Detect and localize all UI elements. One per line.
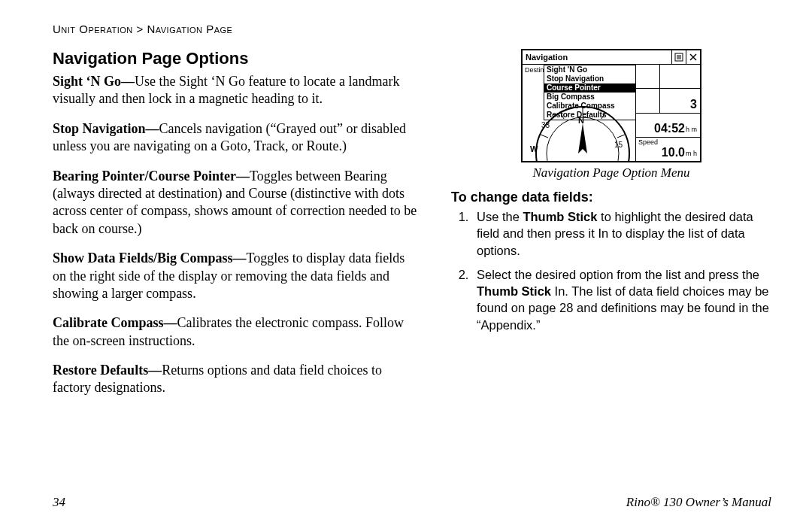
option-bearing-course-pointer: Bearing Pointer/Course Pointer—Toggles b… [53, 168, 421, 238]
field-label: Speed [638, 138, 658, 146]
device-body: Destind Sight 'N Go Stop Navigation Cour… [523, 65, 700, 161]
term-label: Restore Defaults— [53, 363, 162, 378]
data-field [636, 65, 700, 89]
option-stop-navigation: Stop Navigation—Cancels navigation (“Gra… [53, 120, 421, 156]
step-bold: Thumb Stick [523, 210, 597, 223]
figure: Navigation Destind Sight 'N Go [451, 49, 771, 181]
term-label: Stop Navigation— [53, 121, 159, 136]
compass-tick: 33 [541, 121, 550, 129]
step-text: Use the [477, 210, 523, 223]
field-value: 04:52 [654, 122, 685, 135]
compass-tick: W [530, 144, 538, 153]
term-label: Bearing Pointer/Course Pointer— [53, 168, 250, 184]
field-value: 10.0 [662, 146, 685, 159]
menu-item: Stop Navigation [544, 74, 635, 83]
right-column: Navigation Destind Sight 'N Go [451, 49, 771, 409]
compass-tick: 15 [614, 141, 623, 149]
device-screenshot: Navigation Destind Sight 'N Go [521, 49, 701, 162]
subheading: To change data fields: [451, 190, 771, 205]
option-restore-defaults: Restore Defaults—Returns options and dat… [53, 362, 421, 397]
data-field: 3 [636, 89, 700, 113]
device-left-pane: Destind Sight 'N Go Stop Navigation Cour… [523, 65, 636, 161]
field-unit: h m [686, 126, 697, 135]
option-sight-n-go: Sight ‘N Go—Use the Sight ‘N Go feature … [53, 73, 421, 108]
option-show-data-fields: Show Data Fields/Big Compass—Toggles to … [53, 250, 421, 302]
compass: 33 N W 15 [523, 101, 635, 161]
svg-line-11 [601, 112, 605, 119]
step-text: Select the desired option from the list … [477, 268, 759, 281]
device-titlebar: Navigation [523, 50, 700, 65]
step-item: Select the desired option from the list … [472, 266, 771, 333]
menu-item-selected: Course Pointer [544, 83, 635, 93]
data-field-speed: Speed 10.0 m h [636, 138, 700, 161]
svg-line-10 [560, 112, 564, 119]
menu-icon [671, 50, 686, 64]
term-label: Show Data Fields/Big Compass— [53, 250, 247, 266]
figure-caption: Navigation Page Option Menu [532, 165, 689, 181]
device-title: Navigation [523, 50, 671, 64]
steps-list: Use the Thumb Stick to highlight the des… [451, 208, 771, 333]
left-column: Navigation Page Options Sight ‘N Go—Use … [53, 49, 421, 409]
step-bold: Thumb Stick [477, 284, 551, 298]
field-value: 3 [690, 98, 697, 111]
menu-item: Sight 'N Go [544, 65, 635, 74]
compass-tick: N [578, 116, 584, 125]
option-calibrate-compass: Calibrate Compass—Calibrates the electro… [53, 314, 421, 350]
data-field-time: 04:52 h m [636, 114, 700, 138]
device-right-pane: 3 04:52 h m Speed 10.0 m h [636, 65, 700, 161]
page-footer: 34 Rino® 130 Owner’s Manual [53, 495, 771, 510]
close-icon [686, 50, 700, 64]
field-unit: m h [686, 150, 697, 159]
content-columns: Navigation Page Options Sight ‘N Go—Use … [53, 49, 771, 409]
page-number: 34 [53, 495, 65, 510]
svg-line-13 [617, 135, 625, 138]
term-label: Sight ‘N Go— [53, 74, 135, 89]
manual-title: Rino® 130 Owner’s Manual [626, 495, 771, 510]
svg-line-12 [541, 135, 548, 138]
manual-page: Unit Operation > Navigation Page Navigat… [0, 0, 812, 528]
step-item: Use the Thumb Stick to highlight the des… [472, 208, 771, 259]
section-title: Navigation Page Options [53, 49, 421, 68]
breadcrumb: Unit Operation > Navigation Page [53, 23, 771, 35]
term-label: Calibrate Compass— [53, 315, 177, 330]
svg-marker-14 [578, 123, 587, 153]
